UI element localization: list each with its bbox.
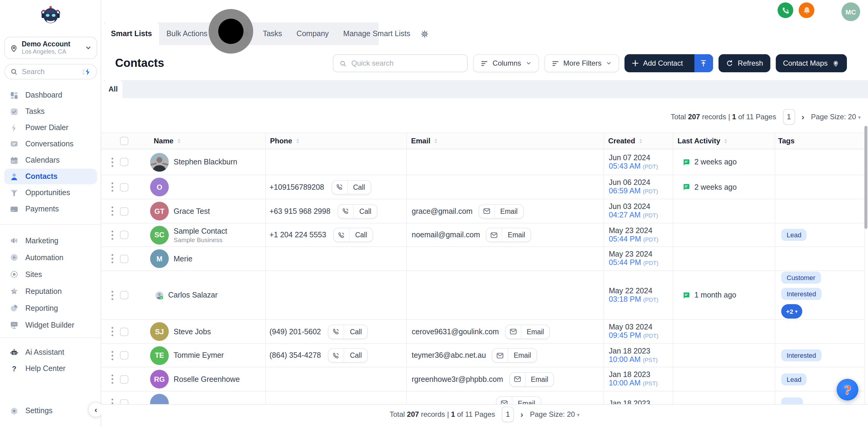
page-size-select[interactable]: Page Size: 20 ▾ <box>811 112 861 121</box>
sidebar-item-marketing[interactable]: Marketing <box>4 232 97 249</box>
column-header-name[interactable]: Name <box>101 133 266 149</box>
column-header-email[interactable]: Email <box>407 133 604 149</box>
sidebar-item-opportunities[interactable]: Opportunities <box>4 185 97 201</box>
quick-search-input[interactable] <box>351 59 461 67</box>
call-button[interactable]: Call <box>328 348 368 363</box>
page-size-select[interactable]: Page Size: 20 ▾ <box>530 410 580 419</box>
column-header-created[interactable]: Created <box>604 133 673 149</box>
column-header-last-activity[interactable]: Last Activity <box>673 133 775 149</box>
sort-icon[interactable] <box>295 138 300 144</box>
call-button[interactable]: Call <box>328 324 368 339</box>
row-checkbox[interactable] <box>120 399 128 404</box>
created-time[interactable]: 09:45 PM (PDT) <box>609 331 658 340</box>
tab-all[interactable]: All <box>104 80 123 98</box>
created-time[interactable]: 05:44 PM (PDT) <box>609 258 658 267</box>
contact-name[interactable]: Sample Contact <box>174 227 227 235</box>
row-menu-kebab-icon[interactable] <box>109 182 115 192</box>
sidebar-item-dashboard[interactable]: Dashboard <box>4 87 97 103</box>
sidebar-item-ai-assistant[interactable]: Ai Assistant <box>4 344 97 360</box>
created-time[interactable]: 10:00 AM (PST) <box>609 355 658 364</box>
created-time[interactable]: 10:00 AM (PST) <box>609 379 658 388</box>
created-time[interactable]: 03:18 PM (PDT) <box>609 295 658 304</box>
tab-bulk-actions[interactable]: Bulk Actions <box>159 22 215 45</box>
row-checkbox[interactable] <box>120 351 128 360</box>
contact-name[interactable]: Roselle Greenhowe <box>174 375 240 383</box>
next-page-button[interactable]: › <box>521 409 523 419</box>
sidebar-item-conversations[interactable]: Conversations <box>4 136 97 152</box>
email-button[interactable]: Email <box>509 372 554 386</box>
sidebar-search[interactable]: Search <box>4 64 97 79</box>
columns-dropdown[interactable]: Columns <box>473 54 538 72</box>
page-number-box[interactable]: 1 <box>783 109 795 125</box>
quick-search-field[interactable] <box>333 54 468 72</box>
email-button[interactable]: Email <box>496 396 541 404</box>
sidebar-item-reporting[interactable]: Reporting <box>4 300 97 316</box>
notifications-button[interactable] <box>799 2 814 18</box>
row-checkbox[interactable] <box>120 183 128 191</box>
user-avatar[interactable]: MC <box>841 2 860 21</box>
sidebar-item-help-center[interactable]: ?Help Center <box>4 361 97 376</box>
sidebar-item-settings[interactable]: Settings <box>4 403 97 419</box>
import-contacts-button[interactable] <box>694 54 713 72</box>
sidebar-item-reputation[interactable]: Reputation <box>4 283 97 299</box>
contact-name[interactable]: Carlos Salazar <box>168 291 218 299</box>
refresh-button[interactable]: Refresh <box>718 54 770 72</box>
tab-tasks[interactable]: Tasks <box>255 22 289 45</box>
row-menu-kebab-icon[interactable] <box>109 398 115 404</box>
sort-icon[interactable] <box>433 138 438 144</box>
created-time[interactable]: 04:27 AM (PDT) <box>609 211 658 220</box>
row-checkbox[interactable] <box>120 207 128 215</box>
email-button[interactable]: Email <box>486 228 531 242</box>
tab-manage-smart-lists[interactable]: Manage Smart Lists <box>336 22 417 45</box>
contact-name[interactable]: Merie <box>174 255 193 263</box>
column-header-phone[interactable]: Phone <box>266 133 407 149</box>
contact-maps-button[interactable]: Contact Maps <box>776 54 847 72</box>
row-menu-kebab-icon[interactable] <box>109 326 115 337</box>
page-number-box[interactable]: 1 <box>502 406 514 422</box>
row-menu-kebab-icon[interactable] <box>109 157 115 167</box>
created-time[interactable]: 05:44 PM (PDT) <box>609 235 658 243</box>
sidebar-item-payments[interactable]: Payments <box>4 201 97 217</box>
contact-name[interactable]: Steve Jobs <box>174 327 211 336</box>
row-checkbox[interactable] <box>120 327 128 336</box>
row-checkbox[interactable] <box>120 375 128 383</box>
row-checkbox[interactable] <box>120 231 128 239</box>
sidebar-item-automation[interactable]: Automation <box>4 249 97 266</box>
row-menu-kebab-icon[interactable] <box>109 230 115 240</box>
call-button[interactable]: Call <box>331 180 371 194</box>
account-switcher[interactable]: Demo Account Los Angeles, CA <box>4 37 97 59</box>
tag-more-button[interactable]: +2 ▾ <box>781 304 802 319</box>
call-button[interactable]: Call <box>338 204 377 218</box>
tab-smart-lists[interactable]: Smart Lists <box>104 22 159 45</box>
vertical-scrollbar[interactable] <box>864 126 867 229</box>
row-menu-kebab-icon[interactable] <box>109 290 115 300</box>
row-menu-kebab-icon[interactable] <box>109 206 115 216</box>
select-all-checkbox[interactable] <box>120 137 128 145</box>
dialer-button[interactable] <box>778 2 793 18</box>
email-button[interactable]: Email <box>505 324 550 339</box>
help-floating-button[interactable]: ? <box>837 379 858 400</box>
contact-name[interactable]: Stephen Blackburn <box>174 158 237 166</box>
sidebar-item-sites[interactable]: Sites <box>4 266 97 283</box>
sidebar-item-widget-builder[interactable]: Widget Builder <box>4 317 97 333</box>
next-page-button[interactable]: › <box>801 112 804 122</box>
sidebar-item-contacts[interactable]: Contacts <box>4 169 97 184</box>
row-menu-kebab-icon[interactable] <box>109 254 115 264</box>
row-checkbox[interactable] <box>120 255 128 263</box>
created-time[interactable]: 05:43 AM (PDT) <box>609 162 658 171</box>
add-contact-button[interactable]: Add Contact <box>624 54 690 72</box>
sort-icon[interactable] <box>176 138 181 144</box>
row-checkbox[interactable] <box>120 291 128 299</box>
row-menu-kebab-icon[interactable] <box>109 350 115 360</box>
smart-list-settings-button[interactable] <box>417 22 435 45</box>
sidebar-item-calendars[interactable]: Calendars <box>4 152 97 168</box>
tab-company[interactable]: Company <box>289 22 336 45</box>
sidebar-item-power-dialer[interactable]: Power Dialer <box>4 120 97 135</box>
email-button[interactable]: Email <box>478 204 524 218</box>
more-filters-dropdown[interactable]: More Filters <box>544 54 619 72</box>
contact-name[interactable]: Grace Test <box>174 207 210 215</box>
row-checkbox[interactable] <box>120 158 128 166</box>
created-time[interactable]: 06:59 AM (PDT) <box>609 187 658 196</box>
sort-icon[interactable] <box>723 138 728 144</box>
row-menu-kebab-icon[interactable] <box>109 374 115 384</box>
